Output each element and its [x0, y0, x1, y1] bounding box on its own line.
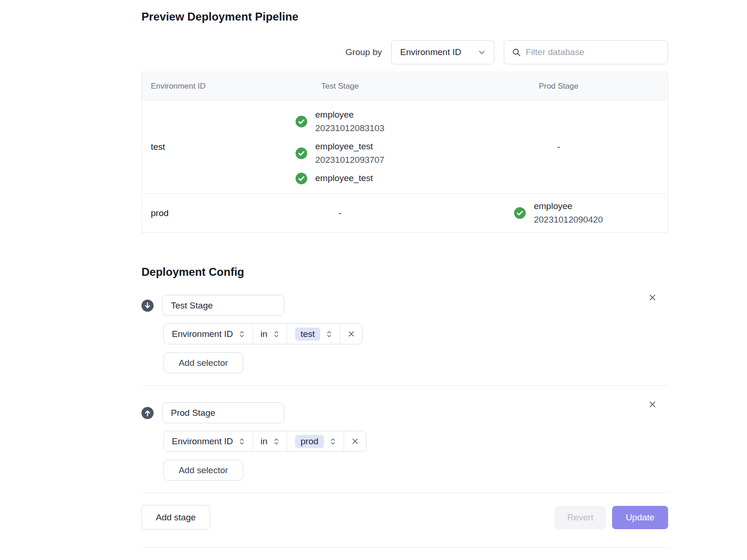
footer-right-actions: Revert Update	[555, 506, 668, 529]
table-row-prod: prod - employee 20231012090420	[142, 193, 668, 232]
task-text: employee 20231012090420	[534, 200, 603, 226]
pipeline-toolbar: Group by Environment ID	[141, 40, 668, 64]
check-circle-icon	[296, 147, 307, 159]
update-button[interactable]: Update	[612, 506, 668, 529]
selector-key-select[interactable]: Environment ID	[164, 431, 253, 451]
remove-stage-button[interactable]	[646, 291, 659, 304]
empty-placeholder: -	[338, 208, 341, 218]
stage-config-prod: Environment ID in prod	[141, 402, 668, 481]
task-text: employee_test 20231012093707	[315, 140, 384, 167]
environment-id-cell: test	[142, 142, 231, 152]
move-down-icon	[141, 300, 154, 312]
stage-header	[141, 402, 668, 423]
stage-header	[141, 295, 668, 316]
task-item: employee 20231012090420	[514, 200, 603, 226]
empty-placeholder: -	[557, 142, 560, 152]
task-text: employee 20231012083103	[315, 108, 384, 135]
selector-operator-value: in	[261, 436, 268, 447]
up-down-chevrons-icon	[272, 330, 281, 338]
stage-name-input[interactable]	[162, 402, 284, 423]
filter-database-field	[504, 40, 668, 64]
up-down-chevrons-icon	[272, 437, 281, 446]
close-icon	[648, 293, 657, 302]
column-header-environment: Environment ID	[142, 82, 231, 91]
task-list: employee 20231012083103 employee_test 20…	[296, 108, 384, 185]
task-name: employee	[315, 108, 384, 122]
task-item: employee_test 20231012093707	[296, 140, 384, 167]
stage-name-input[interactable]	[162, 295, 284, 316]
selector-values-select[interactable]: prod	[287, 431, 344, 451]
label-selector: Environment ID in prod	[163, 431, 366, 452]
check-circle-icon	[296, 173, 307, 184]
test-stage-cell: employee 20231012083103 employee_test 20…	[231, 108, 450, 185]
remove-selector-button[interactable]	[340, 324, 362, 344]
move-up-icon	[141, 407, 154, 419]
task-item: employee 20231012083103	[296, 108, 384, 135]
selector-key-select[interactable]: Environment ID	[164, 324, 253, 344]
selector-values-select[interactable]: test	[287, 324, 340, 344]
config-actions: Add stage Revert Update	[141, 505, 668, 530]
task-item: employee_test	[296, 172, 373, 185]
test-stage-cell: -	[231, 208, 450, 218]
close-icon	[351, 437, 359, 446]
deployment-config-title: Deployment Config	[141, 266, 668, 279]
prod-stage-cell: -	[450, 142, 668, 152]
add-selector-button[interactable]: Add selector	[163, 352, 243, 373]
up-down-chevrons-icon	[238, 330, 246, 338]
revert-button[interactable]: Revert	[555, 506, 606, 529]
group-by-label: Group by	[345, 47, 382, 57]
task-version: 20231012090420	[534, 213, 603, 227]
selector-key-value: Environment ID	[172, 436, 233, 447]
remove-selector-button[interactable]	[344, 431, 366, 451]
selector-value-tag: test	[295, 328, 321, 341]
search-icon	[512, 48, 521, 57]
column-header-test-stage: Test Stage	[231, 82, 450, 91]
task-version: 20231012093707	[315, 154, 384, 167]
column-header-prod-stage: Prod Stage	[450, 82, 668, 91]
environment-id-cell: prod	[142, 208, 231, 218]
task-name: employee	[534, 200, 603, 213]
group-by-value: Environment ID	[400, 47, 461, 57]
selector-operator-value: in	[261, 329, 268, 339]
selector-operator-select[interactable]: in	[253, 431, 287, 451]
divider	[141, 492, 668, 493]
divider	[141, 385, 668, 386]
selector-value-tag: prod	[295, 435, 324, 448]
bottom-divider	[141, 547, 668, 548]
table-row-test: test employee 20231012083103	[142, 100, 668, 193]
label-selector: Environment ID in test	[163, 323, 363, 344]
group-by-select[interactable]: Environment ID	[391, 40, 494, 64]
up-down-chevrons-icon	[325, 330, 333, 338]
main-content: Preview Deployment Pipeline Group by Env…	[141, 0, 668, 548]
task-text: employee_test	[315, 172, 373, 185]
close-icon	[648, 399, 657, 409]
add-selector-button[interactable]: Add selector	[163, 460, 243, 481]
task-name: employee_test	[315, 140, 384, 154]
up-down-chevrons-icon	[329, 437, 337, 446]
stage-config-test: Environment ID in test	[141, 295, 668, 373]
check-circle-icon	[296, 116, 307, 127]
remove-stage-button[interactable]	[646, 398, 659, 411]
selector-key-value: Environment ID	[172, 329, 233, 339]
pipeline-table: Environment ID Test Stage Prod Stage tes…	[141, 72, 668, 233]
add-stage-button[interactable]: Add stage	[141, 505, 210, 530]
up-down-chevrons-icon	[238, 437, 246, 446]
check-circle-icon	[514, 207, 526, 219]
pipeline-table-header: Environment ID Test Stage Prod Stage	[142, 72, 668, 100]
filter-database-input[interactable]	[526, 47, 660, 57]
close-icon	[347, 329, 356, 338]
selector-operator-select[interactable]: in	[253, 324, 287, 344]
chevron-down-icon	[477, 48, 486, 57]
task-version: 20231012083103	[315, 122, 384, 135]
page-title: Preview Deployment Pipeline	[141, 10, 668, 23]
task-name: employee_test	[315, 172, 373, 185]
prod-stage-cell: employee 20231012090420	[450, 200, 668, 226]
